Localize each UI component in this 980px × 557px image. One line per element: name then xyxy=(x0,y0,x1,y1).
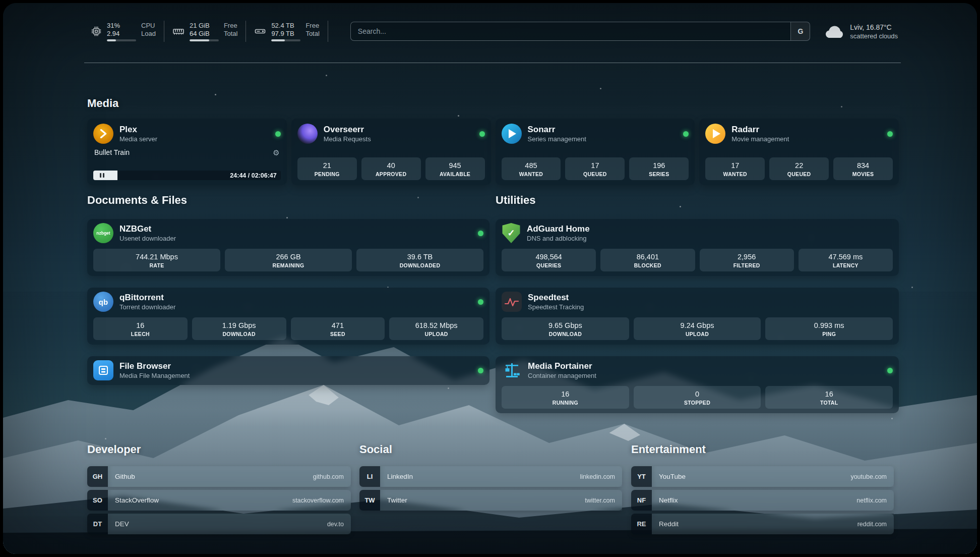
ram-labels: Free Total xyxy=(224,22,237,38)
app-name: File Browser xyxy=(119,361,190,371)
media-cards-row: Plex Media server Bullet Train ⚙ 24:44 /… xyxy=(87,119,899,185)
sonarr-stats: 485 WANTED 17 QUEUED 196 SERIES xyxy=(502,157,689,180)
disk-free: 52.4 TB xyxy=(271,22,300,30)
header-divider xyxy=(84,63,901,63)
section-title-entertainment: Entertainment xyxy=(631,443,706,456)
section-title-documents: Documents & Files xyxy=(87,194,187,207)
sonarr-icon xyxy=(502,124,522,144)
ram-widget: 21 GiB 64 GiB Free Total xyxy=(172,21,246,42)
stat-running: 16 RUNNING xyxy=(502,386,629,409)
cpu-labels: CPU Load xyxy=(141,22,156,38)
stat-download: 1.19 Gbps DOWNLOAD xyxy=(192,317,286,340)
app-desc: Movie management xyxy=(731,135,789,143)
ram-progress-bar xyxy=(190,39,219,41)
stat-wanted: 485 WANTED xyxy=(502,157,561,180)
bookmark-github[interactable]: GH Github github.com xyxy=(87,466,351,487)
stat-stopped: 0 STOPPED xyxy=(634,386,761,409)
app-desc: Media File Management xyxy=(119,371,190,380)
stat-downloaded: 39.6 TB DOWNLOADED xyxy=(356,249,483,271)
app-card-adguard[interactable]: ✓ AdGuard Home DNS and adblocking 498,56… xyxy=(496,219,899,276)
bookmark-youtube[interactable]: YT YouTube youtube.com xyxy=(631,466,894,487)
bookmark-column-entertainment: YT YouTube youtube.com NF Netflix netfli… xyxy=(631,466,894,537)
youtube-icon: YT xyxy=(631,466,652,487)
stat-total: 16 TOTAL xyxy=(765,386,893,409)
cpu-progress-bar xyxy=(107,39,136,41)
sonarr-header: Sonarr Series management xyxy=(502,124,689,144)
app-name: Overseerr xyxy=(324,124,371,135)
app-desc: Container management xyxy=(528,371,596,380)
status-online-dot xyxy=(887,131,893,137)
portainer-stats: 16 RUNNING 0 STOPPED 16 TOTAL xyxy=(502,386,893,409)
cpu-percent: 31% xyxy=(107,22,136,30)
playback-time: 24:44 / 02:06:47 xyxy=(230,172,276,179)
bookmark-dev[interactable]: DT DEV dev.to xyxy=(87,514,351,534)
stat-seed: 471 SEED xyxy=(291,317,385,340)
app-desc: Series management xyxy=(528,135,586,143)
bookmark-linkedin[interactable]: LI LinkedIn linkedin.com xyxy=(359,466,622,487)
app-name: Media Portainer xyxy=(528,361,596,371)
now-playing-row: Bullet Train ⚙ xyxy=(93,148,281,156)
disk-total: 97.9 TB xyxy=(271,30,300,38)
bookmark-netflix[interactable]: NF Netflix netflix.com xyxy=(631,490,894,511)
status-online-dot xyxy=(683,131,689,137)
top-bar: 31% 2.94 CPU Load 21 GiB 64 GiB xyxy=(87,17,899,45)
app-card-portainer[interactable]: Media Portainer Container management 16 … xyxy=(496,356,899,413)
cpu-widget: 31% 2.94 CPU Load xyxy=(91,21,164,42)
adguard-stats: 498,564 QUERIES 86,401 BLOCKED 2,956 FIL… xyxy=(502,249,893,271)
bookmark-stackoverflow[interactable]: SO StackOverflow stackoverflow.com xyxy=(87,490,351,511)
app-card-filebrowser[interactable]: File Browser Media File Management xyxy=(87,356,489,385)
cloud-icon xyxy=(824,23,844,39)
linkedin-icon: LI xyxy=(359,466,380,487)
nzbget-stats: 744.21 Mbps RATE 266 GB REMAINING 39.6 T… xyxy=(93,249,483,271)
radarr-stats: 17 WANTED 22 QUEUED 834 MOVIES xyxy=(705,157,893,180)
gear-icon[interactable]: ⚙ xyxy=(273,149,279,156)
stat-latency: 47.569 ms LATENCY xyxy=(799,249,893,271)
bookmark-column-developer: GH Github github.com SO StackOverflow st… xyxy=(87,466,351,537)
app-card-radarr[interactable]: Radarr Movie management 17 WANTED 22 QUE… xyxy=(699,119,899,185)
app-card-overseerr[interactable]: Overseerr Media Requests 21 PENDING 40 A… xyxy=(291,119,491,185)
speedtest-stats: 9.65 Gbps DOWNLOAD 9.24 Gbps UPLOAD 0.99… xyxy=(502,317,893,340)
app-desc: DNS and adblocking xyxy=(527,234,590,243)
stat-queued: 22 QUEUED xyxy=(769,157,829,180)
dashboard-content: 31% 2.94 CPU Load 21 GiB 64 GiB xyxy=(87,3,899,554)
app-card-speedtest[interactable]: Speedtest Speedtest Tracking 9.65 Gbps D… xyxy=(496,288,899,345)
app-desc: Media Requests xyxy=(324,135,371,143)
section-title-developer: Developer xyxy=(87,443,141,456)
disk-widget: 52.4 TB 97.9 TB Free Total xyxy=(254,21,328,42)
ram-free: 21 GiB xyxy=(190,22,219,30)
app-name: qBittorrent xyxy=(119,292,175,303)
portainer-crane-icon xyxy=(502,360,522,380)
radarr-header: Radarr Movie management xyxy=(705,124,893,144)
playback-progress-fill xyxy=(110,171,117,180)
app-card-nzbget[interactable]: nzbget NZBGet Usenet downloader 744.21 M… xyxy=(87,219,489,276)
bookmark-column-social: LI LinkedIn linkedin.com TW Twitter twit… xyxy=(359,466,622,514)
search-engine-button[interactable]: G xyxy=(790,22,810,40)
disk-labels: Free Total xyxy=(305,22,319,38)
app-card-plex[interactable]: Plex Media server Bullet Train ⚙ 24:44 /… xyxy=(87,119,287,185)
status-online-dot xyxy=(478,299,483,305)
app-desc: Speedtest Tracking xyxy=(528,303,584,311)
overseerr-header: Overseerr Media Requests xyxy=(297,124,485,144)
app-name: Speedtest xyxy=(528,292,584,303)
app-card-sonarr[interactable]: Sonarr Series management 485 WANTED 17 Q… xyxy=(496,119,695,185)
app-card-qbittorrent[interactable]: qb qBittorrent Torrent downloader 16 LEE… xyxy=(87,288,489,345)
dev-icon: DT xyxy=(87,514,108,534)
weather-text: Lviv, 16.87°C scattered clouds xyxy=(850,23,898,40)
bookmark-reddit[interactable]: RE Reddit reddit.com xyxy=(631,514,894,534)
overseerr-icon xyxy=(297,124,318,144)
hard-disk-icon xyxy=(254,25,266,37)
app-desc: Torrent downloader xyxy=(119,303,175,311)
bookmark-twitter[interactable]: TW Twitter twitter.com xyxy=(359,490,622,511)
stat-series: 196 SERIES xyxy=(629,157,689,180)
app-name: AdGuard Home xyxy=(527,224,590,234)
stat-upload: 9.24 Gbps UPLOAD xyxy=(634,317,761,340)
section-title-utilities: Utilities xyxy=(496,194,535,207)
ram-total: 64 GiB xyxy=(190,30,219,38)
adguard-shield-icon: ✓ xyxy=(502,223,521,243)
app-desc: Usenet downloader xyxy=(119,234,176,243)
search-input[interactable] xyxy=(351,22,790,40)
pause-button[interactable] xyxy=(93,171,110,180)
stat-available: 945 AVAILABLE xyxy=(425,157,485,180)
stat-queries: 498,564 QUERIES xyxy=(502,249,596,271)
radarr-icon xyxy=(705,124,725,144)
